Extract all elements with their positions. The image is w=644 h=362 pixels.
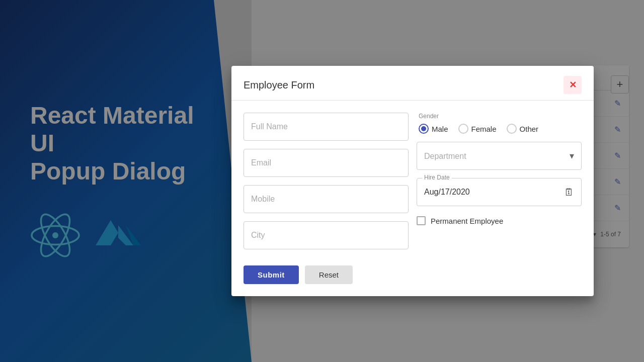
mobile-field[interactable] [244,185,409,213]
permanent-employee-checkbox[interactable] [417,216,426,225]
gender-label: Gender [419,113,580,120]
email-field[interactable] [244,149,409,177]
hire-date-label: Hire Date [422,174,452,181]
close-icon: ✕ [569,79,577,90]
dialog-title: Employee Form [244,79,314,91]
other-radio-label: Other [520,125,539,133]
other-radio-circle[interactable] [507,124,517,134]
calendar-icon[interactable]: 🗓 [564,187,574,198]
full-name-field[interactable] [244,113,409,141]
male-radio-label: Male [432,125,448,133]
gender-group: Gender Male Female [417,113,582,134]
dialog-header: Employee Form ✕ [231,66,594,101]
form-right-column: Gender Male Female [417,113,582,249]
dialog-actions: Submit Reset [231,261,594,296]
female-radio-label: Female [471,125,497,133]
male-radio-circle[interactable] [419,124,429,134]
close-dialog-button[interactable]: ✕ [564,76,582,94]
form-left-column [244,113,409,249]
employee-form-dialog: Employee Form ✕ [231,66,594,296]
gender-female-option[interactable]: Female [458,124,497,134]
gender-other-option[interactable]: Other [507,124,539,134]
hire-date-field[interactable]: Hire Date 🗓 [417,178,582,206]
female-radio-circle[interactable] [458,124,468,134]
city-input[interactable] [251,231,401,240]
city-field[interactable] [244,221,409,249]
email-input[interactable] [251,158,401,167]
mobile-input[interactable] [251,195,401,204]
reset-button[interactable]: Reset [305,265,353,284]
hire-date-input[interactable] [424,188,574,197]
department-select[interactable]: Department HR Engineering Marketing Fina… [424,152,574,160]
background: React Material UI Popup Dialog [0,0,644,362]
full-name-input[interactable] [251,122,401,131]
department-field[interactable]: Department HR Engineering Marketing Fina… [417,142,582,170]
permanent-employee-row[interactable]: Permanent Employee [417,214,582,227]
gender-radio-group: Male Female Other [419,124,580,134]
permanent-employee-label: Permanent Employee [431,217,503,225]
gender-male-option[interactable]: Male [419,124,448,134]
dialog-content: Gender Male Female [231,101,594,261]
submit-button[interactable]: Submit [244,265,299,284]
